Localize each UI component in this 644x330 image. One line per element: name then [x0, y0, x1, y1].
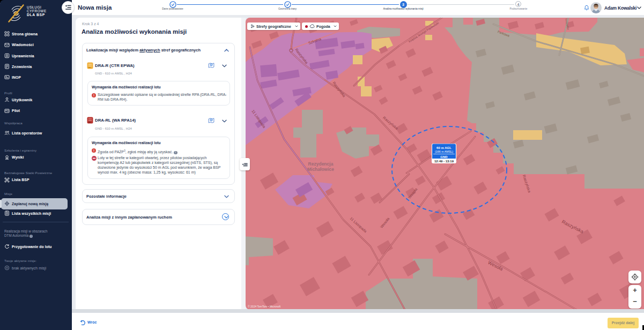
- svg-text:(166 m AMSL): (166 m AMSL): [435, 150, 453, 153]
- svg-text:60 m AGL: 60 m AGL: [436, 146, 451, 149]
- svg-text:© 2024 TomTom • Microsoft: © 2024 TomTom • Microsoft: [248, 305, 281, 308]
- svg-text:12:49 - 13:19: 12:49 - 13:19: [434, 160, 454, 163]
- svg-text:GND: GND: [440, 155, 448, 159]
- svg-text:Rezydencja: Rezydencja: [308, 161, 334, 167]
- svg-text:Michałowice: Michałowice: [307, 167, 334, 172]
